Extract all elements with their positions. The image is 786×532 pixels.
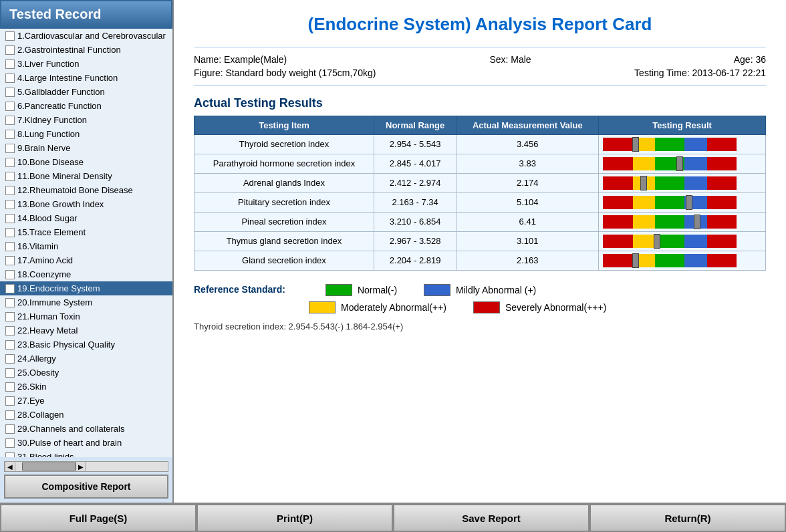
table-cell-value: 3.101 (456, 231, 599, 251)
sidebar-item-5[interactable]: 5.Gallbladder Function (0, 85, 172, 99)
table-header: Normal Range (374, 116, 456, 134)
sidebar-item-icon (5, 186, 15, 195)
table-cell-range: 3.210 - 6.854 (374, 212, 456, 231)
table-cell-item: Thyroid secretion index (194, 134, 374, 154)
sidebar-item-icon (5, 270, 15, 279)
sidebar-item-26[interactable]: 26.Skin (0, 380, 172, 394)
sidebar-item-icon (5, 312, 15, 321)
sidebar-item-icon (5, 354, 15, 364)
sidebar-item-21[interactable]: 21.Human Toxin (0, 309, 172, 323)
bar-segment (655, 254, 684, 267)
sidebar-item-label: 22.Heavy Metal (17, 325, 78, 336)
table-header: Testing Result (599, 116, 766, 134)
sidebar-item-29[interactable]: 29.Channels and collaterals (0, 422, 172, 436)
sidebar-item-27[interactable]: 27.Eye (0, 394, 172, 408)
sidebar-scrollbar[interactable]: ◀ ▶ (4, 461, 168, 472)
sidebar-item-label: 2.Gastrointestinal Function (17, 45, 121, 55)
sidebar-item-label: 5.Gallbladder Function (17, 87, 105, 97)
sidebar-item-22[interactable]: 22.Heavy Metal (0, 323, 172, 338)
table-row: Gland secretion index2.204 - 2.8192.163 (194, 251, 766, 270)
report-info-row-1: Name: Example(Male) Sex: Male Age: 36 (194, 53, 766, 66)
bar-segment (633, 196, 655, 209)
sidebar-item-icon (5, 396, 15, 406)
sidebar-item-label: 21.Human Toxin (17, 311, 80, 321)
table-cell-range: 2.204 - 2.819 (374, 251, 456, 270)
sidebar-item-icon (5, 368, 15, 378)
sidebar-item-label: 11.Bone Mineral Density (17, 171, 112, 181)
sidebar-item-14[interactable]: 14.Blood Sugar (0, 211, 172, 225)
legend-row: Reference Standard: Normal(-) Mildly Abn… (194, 284, 766, 296)
scroll-left-arrow[interactable]: ◀ (5, 461, 15, 472)
sidebar-item-icon (5, 424, 15, 434)
table-cell-range: 2.967 - 3.528 (374, 231, 456, 251)
bar-container (603, 138, 737, 151)
sidebar-item-23[interactable]: 23.Basic Physical Quality (0, 338, 172, 352)
sidebar-item-label: 15.Trace Element (17, 227, 86, 237)
table-row: Thyroid secretion index2.954 - 5.5433.45… (194, 134, 766, 154)
sidebar-item-icon (5, 130, 15, 139)
return-button[interactable]: Return(R) (590, 504, 786, 532)
sidebar-item-8[interactable]: 8.Lung Function (0, 127, 172, 141)
bar-container (603, 176, 737, 190)
sidebar-item-3[interactable]: 3.Liver Function (0, 57, 172, 71)
bar-segment (707, 235, 737, 248)
sidebar-item-18[interactable]: 18.Coenzyme (0, 267, 172, 281)
legend-item-normal: Normal(-) (325, 284, 397, 296)
sidebar-item-30[interactable]: 30.Pulse of heart and brain (0, 436, 172, 450)
bar-segment (707, 215, 737, 229)
sidebar-item-label: 14.Blood Sugar (17, 213, 78, 223)
table-cell-item: Adrenal glands Index (194, 173, 374, 192)
sidebar-item-24[interactable]: 24.Allergy (0, 352, 172, 366)
sidebar-item-7[interactable]: 7.Kidney Function (0, 113, 172, 127)
bar-container (603, 196, 737, 209)
sidebar-item-10[interactable]: 10.Bone Disease (0, 155, 172, 169)
bar-segment (633, 157, 655, 170)
sidebar-item-6[interactable]: 6.Pancreatic Function (0, 99, 172, 113)
sidebar-item-28[interactable]: 28.Collagen (0, 408, 172, 422)
sidebar-item-icon (5, 242, 15, 251)
sidebar-item-icon (5, 102, 15, 111)
bar-indicator (654, 234, 660, 249)
sidebar-list: 1.Cardiovascular and Cerebrovascular2.Ga… (0, 29, 172, 457)
table-row: Pituitary secretion index2.163 - 7.345.1… (194, 192, 766, 212)
sidebar-item-9[interactable]: 9.Brain Nerve (0, 141, 172, 155)
sidebar-item-icon (5, 74, 15, 83)
bar-segment (684, 176, 706, 190)
sidebar-item-25[interactable]: 25.Obesity (0, 366, 172, 380)
sidebar-item-2[interactable]: 2.Gastrointestinal Function (0, 43, 172, 57)
sidebar-item-19[interactable]: 19.Endocrine System (0, 281, 172, 295)
scroll-right-arrow[interactable]: ▶ (76, 461, 86, 472)
sidebar-item-11[interactable]: 11.Bone Mineral Density (0, 169, 172, 183)
report-age: Age: 36 (734, 54, 766, 65)
table-cell-bar (599, 192, 766, 212)
save-report-button[interactable]: Save Report (393, 504, 590, 532)
sidebar-item-icon (5, 228, 15, 237)
sidebar-item-20[interactable]: 20.Immune System (0, 295, 172, 309)
sidebar-item-4[interactable]: 4.Large Intestine Function (0, 71, 172, 85)
table-cell-item: Parathyroid hormone secretion index (194, 154, 374, 173)
sidebar-item-15[interactable]: 15.Trace Element (0, 225, 172, 239)
sidebar-item-31[interactable]: 31.Blood lipids (0, 450, 172, 457)
sidebar-item-icon (5, 200, 15, 209)
sidebar-item-icon (5, 382, 15, 392)
sidebar-item-12[interactable]: 12.Rheumatoid Bone Disease (0, 183, 172, 197)
sidebar-item-1[interactable]: 1.Cardiovascular and Cerebrovascular (0, 29, 172, 43)
sidebar-item-label: 10.Bone Disease (17, 157, 84, 167)
bar-container (603, 157, 737, 170)
print-button[interactable]: Print(P) (196, 504, 393, 532)
sidebar-item-17[interactable]: 17.Amino Acid (0, 253, 172, 267)
legend-color-green (325, 284, 352, 296)
sidebar-item-13[interactable]: 13.Bone Growth Index (0, 197, 172, 211)
table-row: Adrenal glands Index2.412 - 2.9742.174 (194, 173, 766, 192)
sidebar-item-label: 12.Rheumatoid Bone Disease (17, 185, 133, 195)
legend-row-2: Moderately Abnormal(++) Severely Abnorma… (309, 301, 766, 313)
sidebar-item-icon (5, 256, 15, 265)
scroll-thumb[interactable] (22, 462, 76, 471)
bar-segment (684, 138, 706, 151)
full-page-button[interactable]: Full Page(S) (0, 504, 196, 532)
composite-report-button[interactable]: Compositive Report (4, 475, 168, 499)
toolbar: Full Page(S)Print(P)Save ReportReturn(R) (0, 503, 786, 532)
table-cell-range: 2.845 - 4.017 (374, 154, 456, 173)
sidebar-item-16[interactable]: 16.Vitamin (0, 239, 172, 253)
sidebar-item-icon (5, 410, 15, 420)
